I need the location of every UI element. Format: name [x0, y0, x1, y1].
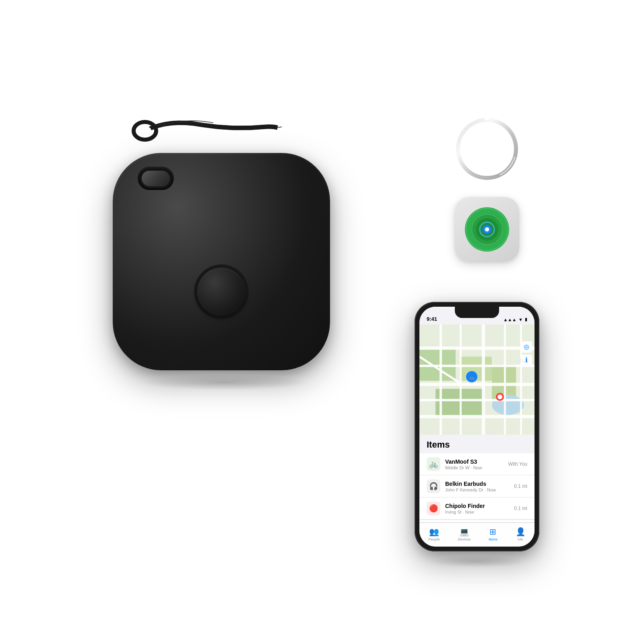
- tab-devices-label: Devices: [458, 537, 471, 541]
- tracker-button[interactable]: [197, 268, 246, 316]
- wrist-strap: [121, 109, 282, 157]
- tracker-device: [113, 153, 338, 378]
- svg-point-1: [138, 126, 151, 136]
- item-row[interactable]: 🔴 Chipolo Finder Irving St · Now 0.1 mi: [419, 497, 535, 520]
- item-name-belkin: Belkin Earbuds: [445, 481, 509, 487]
- iphone-mockup: 9:41 ▲▲▲ ▼ ▮: [415, 302, 539, 551]
- svg-text:◎: ◎: [524, 343, 529, 350]
- tab-devices[interactable]: 💻 Devices: [458, 527, 471, 541]
- item-name-vanmoof: VanMoof S3: [445, 458, 504, 465]
- svg-rect-27: [460, 324, 462, 437]
- svg-rect-28: [482, 324, 485, 437]
- tab-me[interactable]: 👤 Me: [516, 527, 526, 541]
- key-ring: [451, 113, 523, 185]
- item-icon-bike: 🚲: [427, 457, 440, 471]
- map-area: 🚲 🎧 ◎ ℹ: [419, 324, 535, 437]
- items-section-title: Items: [419, 435, 535, 453]
- signal-icon: ▲▲▲: [503, 317, 516, 322]
- item-location-vanmoof: Middle Dr W · Now: [445, 465, 504, 470]
- svg-rect-24: [419, 399, 535, 401]
- wifi-icon: ▼: [518, 317, 523, 322]
- tab-people-label: People: [428, 537, 440, 541]
- item-location-belkin: John F Kennedy Dr · Now: [445, 487, 509, 492]
- tracker-shadow: [141, 374, 310, 390]
- svg-text:ℹ: ℹ: [525, 357, 528, 363]
- item-distance-chipolo: 0.1 mi: [514, 506, 527, 511]
- svg-rect-23: [419, 383, 535, 386]
- svg-point-13: [485, 227, 489, 231]
- item-row[interactable]: 🎧 Belkin Earbuds John F Kennedy Dr · Now…: [419, 475, 535, 497]
- item-info-vanmoof: VanMoof S3 Middle Dr W · Now: [445, 458, 504, 470]
- svg-rect-30: [520, 324, 522, 437]
- tab-me-label: Me: [518, 537, 523, 541]
- tab-me-icon: 👤: [516, 527, 526, 537]
- tracker-body: [113, 153, 330, 370]
- svg-text:🚲: 🚲: [469, 374, 475, 380]
- iphone-screen: 9:41 ▲▲▲ ▼ ▮: [419, 307, 535, 547]
- svg-rect-21: [419, 347, 535, 350]
- items-list: Items 🚲 VanMoof S3 Middle Dr W · Now Wit…: [419, 435, 535, 522]
- tab-people[interactable]: 👥 People: [428, 527, 440, 541]
- svg-rect-26: [440, 324, 442, 437]
- status-time: 9:41: [427, 316, 437, 322]
- tab-items[interactable]: ⊞ Items: [489, 527, 497, 541]
- item-info-belkin: Belkin Earbuds John F Kennedy Dr · Now: [445, 481, 509, 492]
- iphone-frame: 9:41 ▲▲▲ ▼ ▮: [415, 302, 539, 551]
- main-scene: 9:41 ▲▲▲ ▼ ▮: [101, 101, 543, 543]
- findmy-app-icon: [455, 197, 519, 262]
- item-icon-earbuds: 🎧: [427, 479, 440, 493]
- item-icon-chipolo: 🔴: [427, 502, 440, 515]
- item-distance-belkin: 0.1 mi: [514, 483, 527, 489]
- tab-items-icon: ⊞: [489, 527, 496, 537]
- item-location-chipolo: Irving St · Now: [445, 510, 509, 514]
- add-new-item-row[interactable]: + Add New Item: [419, 520, 535, 522]
- tracker-loop: [138, 167, 174, 190]
- iphone-shadow: [429, 555, 525, 568]
- status-icons: ▲▲▲ ▼ ▮: [503, 317, 527, 322]
- item-distance-vanmoof: With You: [508, 461, 527, 467]
- tab-people-icon: 👥: [429, 527, 439, 537]
- iphone-notch: [455, 307, 499, 318]
- svg-point-35: [497, 394, 502, 399]
- tab-devices-icon: 💻: [459, 527, 469, 537]
- tab-bar: 👥 People 💻 Devices ⊞ Items 👤 Me: [419, 522, 535, 547]
- item-row[interactable]: 🚲 VanMoof S3 Middle Dr W · Now With You: [419, 453, 535, 475]
- svg-rect-25: [419, 415, 535, 418]
- item-name-chipolo: Chipolo Finder: [445, 503, 509, 509]
- tab-items-label: Items: [489, 537, 497, 541]
- svg-rect-29: [504, 324, 506, 437]
- battery-icon: ▮: [525, 317, 527, 322]
- item-info-chipolo: Chipolo Finder Irving St · Now: [445, 503, 509, 514]
